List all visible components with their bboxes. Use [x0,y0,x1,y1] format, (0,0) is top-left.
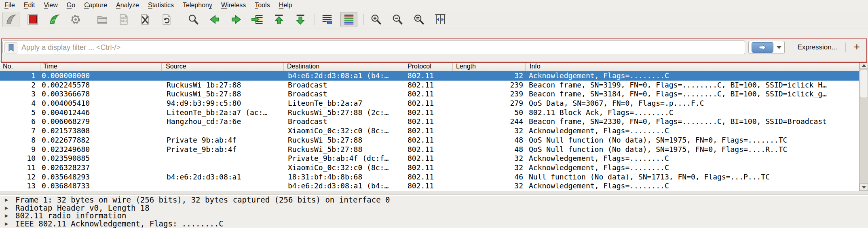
packet-destination: XiaomiCo_0c:32:c0 (8c:… [284,126,404,136]
pane-splitter[interactable] [0,191,868,195]
packet-row[interactable]: 5 0.004012446 LiteonTe_bb:2a:a7 (ac:… Ru… [0,108,859,117]
reload-file-icon[interactable] [158,12,175,27]
packet-details-pane: ▶ Frame 1: 32 bytes on wire (256 bits), … [0,195,868,239]
menu-item[interactable]: Capture [80,1,112,10]
packet-row[interactable]: 6 0.006068279 Hangzhou_cd:7a:6e Broadcas… [0,117,859,126]
packet-row[interactable]: 4 0.004005410 94:d9:b3:99:c5:80 LiteonTe… [0,99,859,108]
menu-item[interactable]: Go [62,1,80,10]
expander-icon[interactable]: ▶ [0,220,15,228]
packet-source: 94:d9:b3:99:c5:80 [162,99,284,108]
expander-icon[interactable]: ▶ [0,204,15,212]
zoom-out-icon[interactable] [389,12,405,27]
column-header-time[interactable]: Time [40,62,162,71]
packet-info: Acknowledgement, Flags=........C [526,181,859,191]
packet-time: 0.021573808 [40,126,162,136]
packet-row[interactable]: 10 0.023590885 Private_9b:ab:4f (dc:f… 8… [0,154,859,163]
packet-info: QoS Null function (No data), SN=1975, FN… [526,136,859,145]
svg-text:0110: 0110 [121,19,127,22]
column-header-length[interactable]: Length [453,62,526,71]
resize-columns-icon[interactable] [432,12,448,27]
scrollbar-track[interactable] [860,69,868,184]
expander-icon[interactable]: ▶ [0,212,15,220]
packet-source: RuckusWi_5b:27:88 [162,90,284,99]
packet-source [162,163,284,173]
packet-info: Acknowledgement, Flags=........C [526,163,859,173]
packet-length: 32 [453,181,526,191]
packet-row[interactable]: 13 0.036848733 b4:e6:2d:d3:08:a1 (b4:… 8… [0,181,859,191]
filter-toolbar: Expression... + [0,28,868,62]
apply-filter-button[interactable] [752,42,773,53]
packet-no: 6 [0,117,40,126]
find-packet-icon[interactable] [185,12,201,27]
menu-item[interactable]: Edit [19,1,40,10]
stop-capture-icon[interactable] [25,12,41,27]
svg-text:0101: 0101 [121,16,127,19]
packet-info: Beacon frame, SN=3184, FN=0, Flags=.....… [526,90,859,99]
display-filter-input[interactable] [2,41,745,54]
start-capture-icon[interactable] [2,12,19,27]
menu-item[interactable]: Telephony [178,1,217,10]
packet-row[interactable]: 3 0.003366678 RuckusWi_5b:27:88 Broadcas… [0,90,859,99]
packet-protocol: 802.11 [404,163,453,173]
packet-no: 8 [0,136,40,145]
packet-row[interactable]: 8 0.022677882 Private_9b:ab:4f RuckusWi_… [0,136,859,145]
column-header-destination[interactable]: Destination [284,62,404,71]
column-header-source[interactable]: Source [162,62,284,71]
menu-item[interactable]: View [39,1,62,10]
auto-scroll-icon[interactable] [319,12,335,27]
go-first-packet-icon[interactable] [271,12,287,27]
packet-length: 46 [453,173,526,182]
packet-no: 5 [0,108,40,117]
packet-row[interactable]: 7 0.021573808 XiaomiCo_0c:32:c0 (8c:… 80… [0,126,859,136]
scroll-up-icon[interactable] [860,62,868,69]
packet-destination: Broadcast [284,90,404,99]
colorize-icon[interactable] [340,12,357,27]
packet-no: 9 [0,145,40,154]
menu-item[interactable]: File [0,1,19,10]
go-to-packet-icon[interactable] [249,12,266,27]
go-forward-icon[interactable] [228,12,244,27]
packet-destination: RuckusWi_5b:27:88 (2c:… [284,108,404,117]
expander-icon[interactable]: ▶ [0,196,15,204]
column-header-info[interactable]: Info [526,62,859,71]
packet-no: 3 [0,90,40,99]
packet-row[interactable]: 11 0.026328237 XiaomiCo_0c:32:c0 (8c:… 8… [0,163,859,173]
save-file-icon[interactable]: 01010110 [116,12,132,27]
add-filter-button[interactable]: + [850,43,866,52]
scroll-down-icon[interactable] [860,184,868,191]
column-header-protocol[interactable]: Protocol [404,62,453,71]
go-back-icon[interactable] [207,12,223,27]
scrollbar-thumb[interactable] [860,70,868,98]
menu-item[interactable]: Analyze [112,1,144,10]
packet-row[interactable]: 1 0.000000000 b4:e6:2d:d3:08:a1 (b4:… 80… [0,71,859,81]
packet-time: 0.003366678 [40,90,162,99]
menu-item[interactable]: Tools [250,1,274,10]
menu-item[interactable]: Statistics [144,1,178,10]
dropdown-caret-icon[interactable] [777,46,781,49]
detail-row[interactable]: ▶ IEEE 802.11 Acknowledgement, Flags: ..… [0,220,868,228]
restart-capture-icon[interactable] [46,12,62,27]
detail-row[interactable]: ▶ Frame 1: 32 bytes on wire (256 bits), … [0,196,868,204]
detail-row[interactable]: ▶ Radiotap Header v0, Length 18 [0,204,868,212]
packet-row[interactable]: 12 0.035648293 b4:e6:2d:d3:08:a1 18:31:b… [0,173,859,182]
bookmark-icon [8,44,14,52]
packet-source [162,181,284,191]
detail-row[interactable]: ▶ 802.11 radio information [0,212,868,220]
packet-protocol: 802.11 [404,117,453,126]
expression-button[interactable]: Expression... [794,42,841,53]
packet-info: Acknowledgement, Flags=........C [526,126,859,136]
zoom-in-icon[interactable] [368,12,384,27]
menu-item[interactable]: Wireless [217,1,250,10]
menu-item[interactable]: Help [275,1,297,10]
capture-options-icon[interactable] [68,12,84,27]
packet-row[interactable]: 9 0.023249680 Private_9b:ab:4f RuckusWi_… [0,145,859,154]
filter-separator [845,43,846,52]
open-file-icon[interactable] [94,12,110,27]
filter-bookmark-button[interactable] [4,42,17,53]
close-file-icon[interactable] [137,12,153,27]
column-header-no[interactable]: No. [0,62,40,71]
zoom-original-icon[interactable] [411,12,427,27]
packet-row[interactable]: 2 0.002245578 RuckusWi_1b:27:88 Broadcas… [0,81,859,90]
go-last-packet-icon[interactable] [292,12,308,27]
packet-destination: b4:e6:2d:d3:08:a1 (b4:… [284,71,404,81]
